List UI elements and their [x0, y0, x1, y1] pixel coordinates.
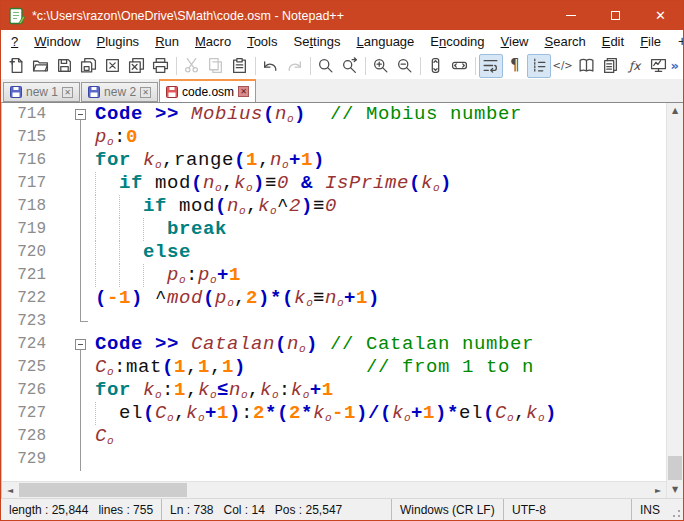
line-number[interactable]: 716: [2, 149, 50, 172]
menu-item-tools[interactable]: Tools: [239, 32, 285, 51]
line-number[interactable]: 729: [2, 448, 50, 471]
tab-close-icon[interactable]: ✕: [238, 86, 249, 97]
maximize-button[interactable]: [593, 1, 638, 30]
close-all-button[interactable]: [125, 54, 149, 78]
status-eol-format[interactable]: Windows (CR LF): [391, 499, 503, 520]
code-text[interactable]: (-1) ^mod(po,2)*(ko≡no+1): [90, 287, 666, 310]
scroll-right-arrow-icon[interactable]: ►: [650, 482, 666, 498]
word-wrap-button[interactable]: [479, 54, 503, 78]
code-text[interactable]: for ko:1,ko≤no,ko:ko+1: [90, 379, 666, 402]
status-typing-mode[interactable]: INS: [631, 499, 669, 520]
code-text[interactable]: Code >> Catalan(no) // Catalan number: [90, 333, 666, 356]
menu-item-window[interactable]: Window: [26, 32, 88, 51]
menu-item-macro[interactable]: Macro: [187, 32, 239, 51]
function-list-button[interactable]: ƒx: [623, 54, 647, 78]
scroll-up-arrow-icon[interactable]: ▲: [667, 103, 683, 119]
tab-code.osm[interactable]: code.osm✕: [159, 79, 256, 102]
vertical-scroll-thumb[interactable]: [668, 456, 682, 480]
vertical-scrollbar[interactable]: ▲ ▼: [666, 103, 683, 498]
new-tab-button[interactable]: +: [669, 33, 684, 49]
print-button[interactable]: [149, 54, 173, 78]
close-window-button[interactable]: ✕: [638, 1, 683, 30]
code-editor[interactable]: 714Code >> Mobius(no) // Mobius number71…: [1, 102, 683, 498]
line-number[interactable]: 727: [2, 402, 50, 425]
show-all-chars-button[interactable]: ¶: [503, 54, 527, 78]
menu-item-file[interactable]: File: [632, 32, 669, 51]
close-button[interactable]: [101, 54, 125, 78]
line-number[interactable]: 717: [2, 172, 50, 195]
horizontal-scrollbar[interactable]: ◄ ►: [2, 481, 666, 498]
line-number[interactable]: 726: [2, 379, 50, 402]
line-number[interactable]: 715: [2, 126, 50, 149]
menu-item-search[interactable]: Search: [537, 32, 594, 51]
code-text[interactable]: po:po+1: [90, 264, 666, 287]
replace-button[interactable]: [338, 54, 362, 78]
paste-button[interactable]: [228, 54, 252, 78]
line-number[interactable]: 714: [2, 103, 50, 126]
find-button[interactable]: [314, 54, 338, 78]
save-all-button[interactable]: [77, 54, 101, 78]
code-text[interactable]: if mod(no,ko)≡0 & IsPrime(ko): [90, 172, 666, 195]
sync-horizontal-button[interactable]: [448, 54, 472, 78]
toolbar: ¶</>ƒx»: [1, 52, 683, 79]
code-text[interactable]: break: [90, 218, 666, 241]
line-number[interactable]: 718: [2, 195, 50, 218]
new-file-button[interactable]: [5, 54, 29, 78]
save-button[interactable]: [53, 54, 77, 78]
resize-grip[interactable]: [669, 499, 683, 520]
line-number[interactable]: 721: [2, 264, 50, 287]
line-number[interactable]: 724: [2, 333, 50, 356]
fold-collapse-icon[interactable]: [75, 339, 86, 350]
toolbar-overflow-chevron-icon[interactable]: »: [671, 58, 679, 73]
line-number[interactable]: 720: [2, 241, 50, 264]
menu-item-settings[interactable]: Settings: [285, 32, 348, 51]
doc-list-button[interactable]: [599, 54, 623, 78]
code-text[interactable]: [90, 310, 666, 333]
line-number[interactable]: 725: [2, 356, 50, 379]
user-language-button[interactable]: </>: [551, 54, 575, 78]
tab-new-1[interactable]: new 1✕: [3, 82, 80, 102]
menu-item-edit[interactable]: Edit: [594, 32, 632, 51]
menu-item-run[interactable]: Run: [147, 32, 187, 51]
line-number[interactable]: 723: [2, 310, 50, 333]
undo-button[interactable]: [259, 54, 283, 78]
code-text[interactable]: el(Co,ko+1):2*(2*ko-1)/(ko+1)*el(Co,ko): [90, 402, 666, 425]
code-line-727: 727 el(Co,ko+1):2*(2*ko-1)/(ko+1)*el(Co,…: [2, 402, 666, 425]
tab-close-icon[interactable]: ✕: [140, 87, 151, 98]
scroll-down-arrow-icon[interactable]: ▼: [667, 482, 683, 498]
fold-collapse-icon[interactable]: [75, 109, 86, 120]
indent-guide-button[interactable]: [527, 54, 551, 78]
code-text[interactable]: if mod(no,ko^2)≡0: [90, 195, 666, 218]
code-text[interactable]: [90, 448, 666, 471]
line-number[interactable]: 728: [2, 425, 50, 448]
horizontal-scroll-thumb[interactable]: [19, 483, 187, 497]
menu-item-view[interactable]: View: [493, 32, 537, 51]
fold-margin[interactable]: [50, 103, 90, 126]
sync-vertical-button[interactable]: [424, 54, 448, 78]
tab-new-2[interactable]: new 2✕: [81, 82, 158, 102]
code-text[interactable]: Co: [90, 425, 666, 448]
line-number[interactable]: 719: [2, 218, 50, 241]
menu-item-plugins[interactable]: Plugins: [88, 32, 147, 51]
open-button[interactable]: [29, 54, 53, 78]
fold-margin[interactable]: [50, 333, 90, 356]
zoom-in-button[interactable]: [369, 54, 393, 78]
editor-text-area[interactable]: 714Code >> Mobius(no) // Mobius number71…: [2, 103, 666, 481]
scroll-left-arrow-icon[interactable]: ◄: [2, 482, 18, 498]
tab-close-icon[interactable]: ✕: [62, 87, 73, 98]
code-text[interactable]: Co:mat(1,1,1) // from 1 to n: [90, 356, 666, 379]
menu-item-help[interactable]: ?: [3, 32, 26, 51]
status-encoding[interactable]: UTF-8: [503, 499, 631, 520]
code-text[interactable]: else: [90, 241, 666, 264]
line-number[interactable]: 722: [2, 287, 50, 310]
code-text[interactable]: for ko,range(1,no+1): [90, 149, 666, 172]
fold-margin: [50, 149, 90, 172]
code-text[interactable]: po:0: [90, 126, 666, 149]
code-text[interactable]: Code >> Mobius(no) // Mobius number: [90, 103, 666, 126]
zoom-out-button[interactable]: [393, 54, 417, 78]
monitoring-button[interactable]: [647, 54, 671, 78]
menu-item-encoding[interactable]: Encoding: [422, 32, 492, 51]
doc-map-button[interactable]: [575, 54, 599, 78]
minimize-button[interactable]: [548, 1, 593, 30]
menu-item-language[interactable]: Language: [348, 32, 422, 51]
